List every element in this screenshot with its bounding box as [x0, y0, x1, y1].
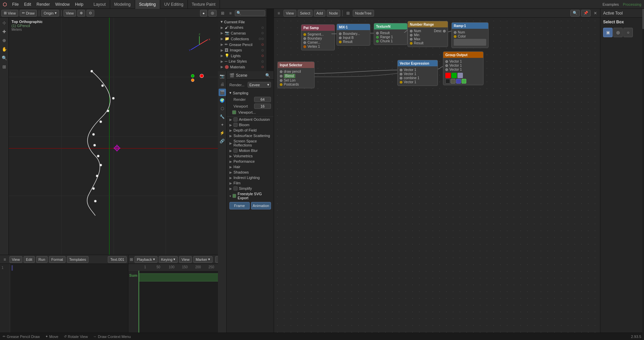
origin-btn[interactable]: Origin ▾	[41, 10, 59, 17]
node-pat-samp[interactable]: Pat Samp Segment... Boundary Corner... V…	[301, 24, 335, 50]
tab-layout[interactable]: Layout	[90, 0, 110, 9]
text-edit-btn[interactable]: Edit	[24, 256, 35, 263]
tool-cursor[interactable]: ⊕	[1, 37, 8, 44]
marker-btn[interactable]: Marker ▾	[193, 256, 213, 263]
is-dropdown[interactable]: Blend	[284, 74, 295, 78]
tool-grid[interactable]: ⊞	[1, 63, 8, 70]
sort-icon[interactable]: ≡	[227, 10, 234, 17]
node-close-btn[interactable]: ✕	[592, 10, 599, 17]
props-icon-render[interactable]: 📷	[219, 72, 226, 80]
keying-btn[interactable]: Keying ▾	[159, 256, 178, 263]
tab-texture-paint[interactable]: Texture Paint	[188, 0, 220, 9]
hair-item[interactable]: ▶ Hair	[227, 164, 274, 169]
filter-icon[interactable]: ⊞	[219, 10, 226, 17]
node-pin-btn[interactable]: 📌	[581, 10, 591, 17]
frame-btn[interactable]: Frame	[229, 202, 250, 209]
props-icon-modifier[interactable]: 🔧	[219, 113, 226, 120]
render-value[interactable]: 64	[254, 97, 271, 102]
node-ramp1[interactable]: Ramp·1 Num Color	[451, 22, 489, 48]
props-icon-constraints[interactable]: 🔗	[219, 137, 226, 145]
tree-item-cameras[interactable]: ▶ 📷 Cameras ⊙	[218, 30, 267, 36]
menu-file[interactable]: File	[9, 0, 21, 9]
overlay-btn[interactable]: ⊙	[86, 10, 94, 17]
node-mix1[interactable]: MIX·1 Boundary... Input B Result	[337, 24, 370, 46]
motion-blur-item[interactable]: ▶ Motion Blur	[227, 148, 274, 153]
tree-item-grease-pencil[interactable]: ▶ ✏ Grease Pencil ⊙	[218, 42, 267, 47]
tab-sculpting[interactable]: Sculpting	[135, 0, 160, 9]
snapping-btn[interactable]: ⊕	[77, 10, 85, 17]
node-view-btn[interactable]: View	[283, 10, 296, 17]
props-icon-scene[interactable]: 🎬	[219, 89, 226, 96]
tree-item-line-styles[interactable]: ▶ ─ Line Styles ⊙	[218, 59, 267, 64]
tab-modeling[interactable]: Modeling	[110, 0, 135, 9]
bloom-item[interactable]: ▶ Bloom	[227, 122, 274, 128]
props-icon-physics[interactable]: ⚡	[219, 129, 226, 137]
props-icon-object[interactable]: ⬡	[219, 105, 226, 112]
tree-item-images[interactable]: ▶ 🖼 Images ⊙	[218, 47, 267, 53]
playback-btn[interactable]: Playback ▾	[134, 256, 157, 263]
menu-edit[interactable]: Edit	[21, 0, 34, 9]
bloom-checkbox[interactable]	[233, 123, 238, 127]
tool-zoom[interactable]: 🔍	[1, 54, 8, 62]
film-item[interactable]: ▶ Film	[227, 180, 274, 186]
menu-render[interactable]: Render	[34, 0, 52, 9]
node-vector-expression[interactable]: Vector Expression Vector 1 Vector 1 comb…	[397, 60, 438, 86]
editor-content[interactable]	[10, 264, 128, 333]
freestyle-item[interactable]: ▾ Freestyle SVG Export	[227, 191, 274, 201]
node-add-btn[interactable]: Add	[314, 10, 325, 17]
shadows-item[interactable]: ▶ Shadows	[227, 169, 274, 175]
props-icon-output[interactable]: 🖨	[219, 81, 226, 88]
performance-item[interactable]: ▶ Performance	[227, 159, 274, 164]
tree-item-lights[interactable]: ▶ 💡 Lights ⊙	[218, 53, 267, 59]
viewport-checkbox[interactable]	[232, 110, 236, 114]
indirect-lighting-item[interactable]: ▶ Indirect Lighting	[227, 175, 274, 180]
depth-of-field-item[interactable]: ▶ Depth of Field	[227, 128, 274, 133]
mb-checkbox[interactable]	[233, 149, 238, 153]
volumetrics-item[interactable]: ▶ Volumetrics	[227, 153, 274, 159]
props-icon-particles[interactable]: ✦	[219, 121, 226, 129]
sampling-header[interactable]: ▾ Sampling	[227, 90, 274, 96]
scene-search-btn[interactable]: 🔍	[264, 72, 271, 79]
search-box[interactable]: 🔍	[235, 10, 265, 16]
tree-item-materials[interactable]: ▶ ⬤ Materials ⊙	[218, 64, 267, 70]
text-run-btn[interactable]: Run	[36, 256, 48, 263]
text-format-btn[interactable]: Format	[49, 256, 66, 263]
tool-select-box-btn[interactable]: ▣	[603, 28, 613, 37]
tree-item-collections[interactable]: ▶ 📁 Collections ⊙⊙	[218, 36, 267, 42]
text-view-btn[interactable]: View	[9, 256, 22, 263]
text-file-name[interactable]: Text.001	[108, 256, 127, 263]
simplify-item[interactable]: ▶ Simplify	[227, 186, 274, 191]
node-node-btn[interactable]: Node	[327, 10, 340, 17]
view-btn[interactable]: View	[64, 10, 76, 17]
draw-mode-btn[interactable]: ✏ Draw	[20, 10, 37, 17]
freestyle-checkbox[interactable]	[232, 194, 236, 198]
node-input-selector[interactable]: Input Selector draw pencil Blend Set Lon…	[277, 62, 315, 88]
screen-space-item[interactable]: ▶ Screen Space Reflections	[227, 138, 274, 148]
simplify-checkbox[interactable]	[233, 186, 238, 190]
animation-btn[interactable]: Animation	[251, 202, 271, 209]
tool-select-circle-btn[interactable]: ◎	[613, 28, 623, 37]
track-area[interactable]	[139, 271, 218, 333]
tool-move[interactable]: ✚	[1, 28, 8, 35]
node-select-btn[interactable]: Select	[298, 10, 313, 17]
node-group-output[interactable]: Group Output Vector 1 Vector 1 Vector 1	[443, 51, 484, 85]
node-type-icon[interactable]: ⊞	[345, 10, 351, 17]
node-texturem[interactable]: TextureN Result Range 1 Chunk 1	[374, 23, 407, 45]
ao-checkbox[interactable]	[233, 117, 238, 121]
viewport-value[interactable]: 16	[254, 104, 271, 109]
node-canvas[interactable]: Pat Samp Segment... Boundary Corner... V…	[274, 18, 600, 333]
menu-help[interactable]: Help	[72, 0, 86, 9]
ambient-occlusion-item[interactable]: ▶ Ambient Occlusion	[227, 117, 274, 122]
tool-select[interactable]: ⊹	[1, 19, 8, 26]
node-editor-menu-icon[interactable]: ≡	[275, 10, 282, 17]
shading-render-btn[interactable]: ◎	[208, 10, 217, 17]
right-scrollbar[interactable]	[642, 9, 644, 333]
subsurface-item[interactable]: ▶ Subsurface Scattering	[227, 133, 274, 138]
tree-item-brushes[interactable]: ▶ 🖌 Brushes ⊙	[218, 25, 267, 30]
node-number-range[interactable]: Number Range NumDesc Min Max Result	[407, 21, 448, 47]
view-timeline-btn[interactable]: View	[179, 256, 192, 263]
props-icon-world[interactable]: 🌍	[219, 97, 226, 104]
tool-hand[interactable]: ✋	[1, 45, 8, 53]
play-btn[interactable]: ⏮	[215, 256, 218, 263]
text-templates-btn[interactable]: Templates	[67, 256, 89, 263]
